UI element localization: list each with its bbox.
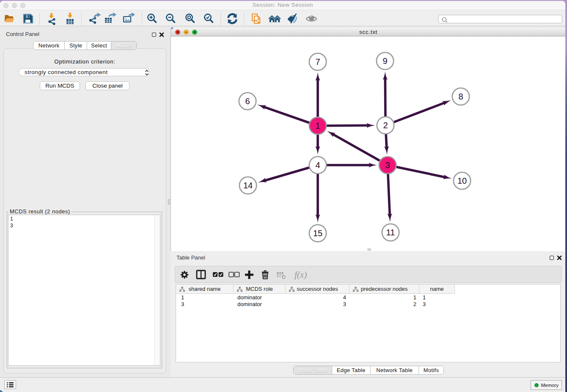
svg-text:7: 7 bbox=[315, 57, 320, 66]
svg-text:11: 11 bbox=[386, 228, 395, 237]
svg-text:6: 6 bbox=[245, 97, 250, 106]
svg-text:9: 9 bbox=[383, 56, 387, 66]
svg-text:2: 2 bbox=[383, 121, 388, 130]
svg-text:4: 4 bbox=[315, 160, 320, 170]
svg-text:8: 8 bbox=[458, 92, 463, 101]
svg-text:1: 1 bbox=[315, 121, 320, 130]
svg-text:10: 10 bbox=[457, 176, 467, 185]
svg-text:15: 15 bbox=[313, 229, 322, 238]
svg-text:3: 3 bbox=[385, 160, 390, 170]
svg-text:14: 14 bbox=[243, 181, 253, 190]
